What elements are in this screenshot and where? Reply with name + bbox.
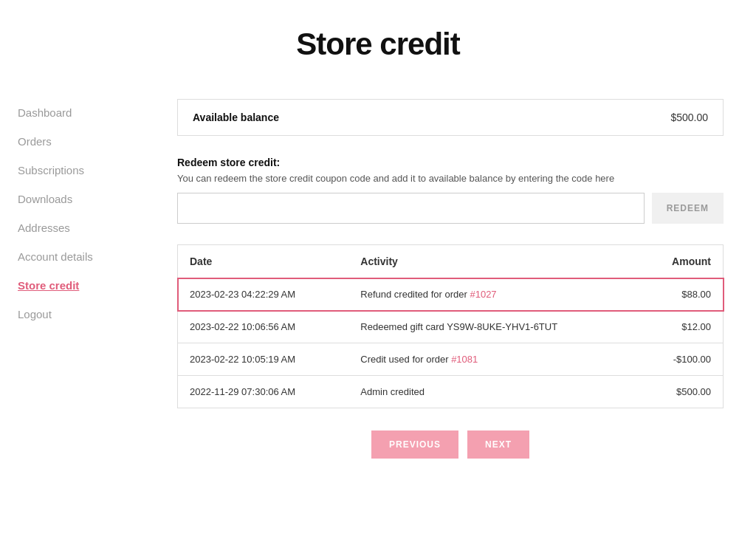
sidebar-item-downloads[interactable]: Downloads (18, 193, 148, 205)
sidebar-item-subscriptions[interactable]: Subscriptions (18, 164, 148, 176)
redeem-description: You can redeem the store credit coupon c… (177, 173, 724, 184)
pagination: PREVIOUS NEXT (177, 430, 724, 473)
table-row: 2023-02-22 10:06:56 AM Redeemed gift car… (178, 311, 724, 343)
cell-activity: Credit used for order #1081 (348, 343, 639, 376)
cell-activity: Admin credited (348, 376, 639, 408)
col-date: Date (178, 245, 349, 278)
table-row: 2022-11-29 07:30:06 AM Admin credited $5… (178, 376, 724, 408)
sidebar-item-logout[interactable]: Logout (18, 308, 148, 320)
table-body: 2023-02-23 04:22:29 AM Refund credited f… (178, 278, 724, 408)
sidebar-link-store-credit[interactable]: Store credit (18, 279, 79, 292)
order-link-1081[interactable]: #1081 (451, 354, 478, 365)
sidebar: Dashboard Orders Subscriptions Downloads… (0, 84, 162, 512)
table-header-row: Date Activity Amount (178, 245, 724, 278)
redeem-title: Redeem store credit: (177, 157, 724, 168)
redeem-section: Redeem store credit: You can redeem the … (177, 157, 724, 224)
sidebar-item-addresses[interactable]: Addresses (18, 222, 148, 234)
cell-date: 2022-11-29 07:30:06 AM (178, 376, 349, 408)
sidebar-item-orders[interactable]: Orders (18, 135, 148, 148)
sidebar-link-addresses[interactable]: Addresses (18, 222, 70, 234)
previous-button[interactable]: PREVIOUS (371, 430, 458, 459)
sidebar-link-dashboard[interactable]: Dashboard (18, 106, 72, 119)
page-title: Store credit (0, 27, 756, 62)
page-title-bar: Store credit (0, 0, 756, 84)
content-area: Dashboard Orders Subscriptions Downloads… (0, 84, 756, 542)
order-link-1027[interactable]: #1027 (470, 289, 496, 300)
balance-box: Available balance $500.00 (177, 99, 724, 136)
page-wrapper: Store credit Dashboard Orders Subscripti… (0, 0, 756, 542)
sidebar-link-account-details[interactable]: Account details (18, 250, 93, 263)
cell-date: 2023-02-22 10:06:56 AM (178, 311, 349, 343)
col-amount: Amount (640, 245, 724, 278)
main-content: Available balance $500.00 Redeem store c… (162, 84, 753, 512)
col-activity: Activity (348, 245, 639, 278)
sidebar-link-downloads[interactable]: Downloads (18, 193, 72, 205)
next-button[interactable]: NEXT (467, 430, 529, 459)
sidebar-nav: Dashboard Orders Subscriptions Downloads… (18, 106, 148, 320)
cell-activity: Refund credited for order #1027 (348, 278, 639, 311)
redeem-coupon-input[interactable] (177, 193, 645, 224)
balance-amount: $500.00 (670, 112, 708, 123)
table-row: 2023-02-23 04:22:29 AM Refund credited f… (178, 278, 724, 311)
cell-date: 2023-02-23 04:22:29 AM (178, 278, 349, 311)
sidebar-item-store-credit[interactable]: Store credit (18, 279, 148, 292)
sidebar-item-dashboard[interactable]: Dashboard (18, 106, 148, 119)
activity-table: Date Activity Amount 2023-02-23 04:22:29… (177, 244, 724, 408)
redeem-input-row: REDEEM (177, 193, 724, 224)
cell-amount: $88.00 (640, 278, 724, 311)
cell-amount: $12.00 (640, 311, 724, 343)
sidebar-link-orders[interactable]: Orders (18, 135, 52, 148)
sidebar-link-subscriptions[interactable]: Subscriptions (18, 164, 84, 176)
cell-activity: Redeemed gift card YS9W-8UKE-YHV1-6TUT (348, 311, 639, 343)
sidebar-item-account-details[interactable]: Account details (18, 250, 148, 263)
cell-amount: -$100.00 (640, 343, 724, 376)
balance-label: Available balance (193, 112, 279, 123)
table-header: Date Activity Amount (178, 245, 724, 278)
cell-date: 2023-02-22 10:05:19 AM (178, 343, 349, 376)
sidebar-link-logout[interactable]: Logout (18, 308, 52, 320)
redeem-button[interactable]: REDEEM (652, 193, 724, 224)
cell-amount: $500.00 (640, 376, 724, 408)
table-row: 2023-02-22 10:05:19 AM Credit used for o… (178, 343, 724, 376)
